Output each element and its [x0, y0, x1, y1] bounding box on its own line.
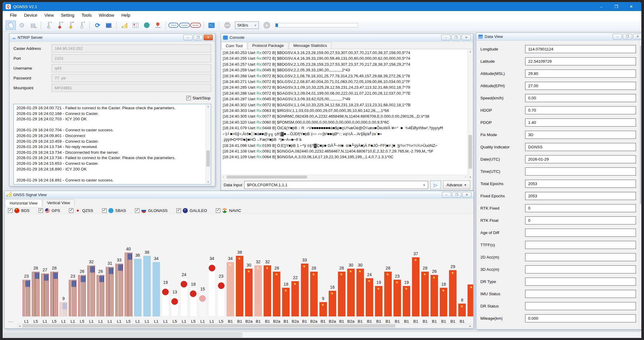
console-window-icon[interactable]: >_ — [206, 21, 216, 30]
console-minimize-button[interactable]: – — [441, 35, 451, 40]
tab-com-tool[interactable]: Com Tool — [221, 42, 247, 49]
chart-scroll-left-icon[interactable]: ◂ — [18, 324, 22, 328]
console-vscrollbar[interactable]: ∧ ∨ — [468, 50, 473, 179]
legend-item-glonass[interactable]: ✓GLONASS — [135, 208, 167, 213]
scroll-right-icon[interactable]: › — [463, 175, 468, 179]
console-panel-titlebar[interactable]: Console – ❐ ✕ — [221, 34, 473, 41]
deviation-view-icon[interactable] — [153, 21, 163, 30]
data-view-pdop-value[interactable]: 1.40 — [525, 119, 636, 127]
scrollbar-thumb[interactable] — [3, 333, 242, 337]
window-maximize-button[interactable]: ❐ — [614, 4, 619, 9]
scroll-down-icon[interactable]: ∨ — [468, 175, 473, 179]
scroll-up-icon[interactable]: ∧ — [639, 41, 641, 45]
scrollbar-thumb[interactable] — [468, 135, 472, 169]
menu-setting[interactable]: Setting — [57, 11, 78, 19]
data-view-hdop-value[interactable]: 0.70 — [525, 106, 636, 114]
ntrip-mountpoint-input[interactable]: MP24981 — [52, 84, 211, 92]
ntrip-log-scrollbar[interactable]: ∧ ∨ — [205, 104, 210, 184]
console-hscrollbar[interactable]: ‹ › — [221, 175, 468, 179]
data-view-age-of-diff-value[interactable] — [525, 229, 636, 237]
connect-device-icon[interactable] — [6, 21, 16, 30]
menu-device[interactable]: Device — [20, 11, 41, 19]
signal-maximize-button[interactable]: ❐ — [452, 192, 461, 198]
data-view-speed-km-h--value[interactable]: 0.00 — [525, 94, 636, 102]
speed-select[interactable]: 5KB/s∨ — [235, 21, 259, 29]
thermometer-c-icon[interactable]: C — [44, 21, 54, 30]
main-hscrollbar[interactable] — [3, 332, 641, 338]
ntrip-port-input[interactable]: 2101 — [52, 54, 211, 62]
data-view-scrollbar[interactable]: ∧ ∨ — [639, 41, 641, 329]
window-minimize-button[interactable]: – — [599, 4, 604, 9]
scroll-left-icon[interactable]: ‹ — [221, 175, 225, 179]
data-view-longitude-value[interactable]: 114.07801124 — [525, 45, 636, 53]
window-close-button[interactable]: ✕ — [629, 4, 634, 9]
thermometer-w-icon[interactable]: W — [66, 21, 76, 30]
legend-item-gps[interactable]: ✓GPS — [39, 208, 60, 213]
signal-view-icon[interactable] — [119, 21, 130, 30]
gps-checkbox[interactable]: ✓ — [39, 208, 43, 213]
chart-scroll-right-icon[interactable]: ▸ — [468, 324, 472, 328]
tab-protocol-package[interactable]: Protocol Package — [248, 42, 288, 49]
console-message-area[interactable]: [16:24:40.253 Uart Rx:0072 B] $BDGSV,4,3… — [221, 49, 473, 179]
thermometer-h-icon[interactable]: H — [55, 21, 65, 30]
tab-horizontal-view[interactable]: Horizontal View — [5, 199, 42, 207]
data-view-2d-acc-m--value[interactable] — [525, 253, 636, 261]
ntrip-log[interactable]: 2026-01-29 16:24:00.721 - Failed to conn… — [13, 104, 211, 184]
advance-button[interactable]: Advance ▼ — [443, 181, 470, 189]
ntrip-caster-address-input[interactable]: 164.90.243.252 — [52, 44, 211, 53]
data-view-date-utc--value[interactable]: 2026-01-29 — [525, 155, 636, 163]
data-view-dr-status-value[interactable] — [525, 302, 636, 310]
data-view-time-utc--value[interactable] — [525, 167, 636, 176]
sbas-checkbox[interactable]: ✓ — [102, 208, 107, 213]
qzss-checkbox[interactable]: ✓ — [69, 208, 73, 213]
stop-icon[interactable]: STOP — [222, 21, 232, 30]
signal-view-titlebar[interactable]: GNSS Signal View – ❐ ✕ — [4, 191, 474, 199]
scrollbar-thumb[interactable] — [227, 176, 307, 179]
data-view-maximize-button[interactable]: ❐ — [623, 34, 632, 39]
data-view-dr-type-value[interactable] — [525, 278, 636, 286]
ntrip-password-input[interactable]: 77 pe — [52, 74, 211, 82]
legend-item-galileo[interactable]: ✓GALILEO — [176, 208, 207, 213]
menu-view[interactable]: View — [41, 11, 57, 19]
data-view-altitude-msl--value[interactable]: 29.80 — [525, 70, 636, 78]
data-view-rtk-float-value[interactable]: 0 — [525, 216, 636, 224]
data-view-altitude-eph--value[interactable]: 27.00 — [525, 82, 636, 90]
data-view-fix-mode-value[interactable]: 3D — [525, 131, 636, 139]
scroll-up-icon[interactable]: ∧ — [468, 50, 473, 54]
send-button[interactable]: ▷ — [430, 181, 441, 189]
console-maximize-button[interactable]: ❐ — [451, 35, 461, 40]
scrollbar-thumb[interactable] — [206, 150, 210, 166]
data-view-close-button[interactable]: ✕ — [633, 34, 641, 39]
data-view-mileage-km--value[interactable]: 0.000 — [525, 314, 636, 322]
ntrip-username-input[interactable]: q43 — [52, 64, 211, 72]
settings-gear-icon[interactable]: ⚙ — [17, 21, 27, 30]
menu-help[interactable]: Help — [118, 11, 134, 19]
ntrip-client-icon[interactable]: Client — [168, 21, 179, 30]
scrollbar-thumb[interactable] — [640, 46, 641, 204]
ntrip-minimize-button[interactable]: – — [183, 35, 193, 40]
ntrip-server-icon[interactable]: Server — [190, 21, 201, 30]
data-view-minimize-button[interactable]: – — [613, 34, 622, 39]
scroll-up-icon[interactable]: ∧ — [206, 104, 210, 109]
ntrip-panel-titlebar[interactable]: ☁ NTRIP Server – ❐ ✕ — [10, 34, 215, 41]
refresh-icon[interactable]: ⟳ — [93, 21, 103, 30]
dropdown-icon[interactable]: ∨ — [423, 183, 425, 187]
tab-vertical-view[interactable]: Vertical View — [43, 199, 75, 206]
thermometer-f-icon[interactable]: F — [77, 21, 87, 30]
chart-hscrollbar[interactable]: ◂ ▸ — [17, 324, 473, 328]
menu-window[interactable]: Window — [95, 11, 118, 19]
data-input-combo[interactable]: $POLCFGRTCM,1,1,1 ∨ — [244, 181, 428, 189]
ntrip-caster-icon[interactable]: Caster — [179, 21, 190, 30]
legend-item-bds[interactable]: ✓BDS — [8, 208, 30, 213]
menu-tools[interactable]: Tools — [78, 11, 95, 19]
map-view-icon[interactable] — [130, 21, 141, 30]
signal-close-button[interactable]: ✕ — [462, 192, 471, 198]
device-log-icon[interactable]: ▤✎ — [28, 21, 38, 30]
ntrip-maximize-button[interactable]: ❐ — [193, 35, 203, 40]
data-view-fixed-epochs-value[interactable]: 2053 — [525, 192, 636, 200]
data-view-quality-indicator-value[interactable]: DGNSS — [525, 143, 636, 151]
legend-item-navic[interactable]: ✓NAVIC — [216, 208, 241, 213]
legend-item-sbas[interactable]: ✓SBAS — [102, 208, 126, 213]
data-view-3d-acc-m--value[interactable] — [525, 265, 636, 273]
scrollbar-thumb[interactable] — [22, 324, 395, 327]
